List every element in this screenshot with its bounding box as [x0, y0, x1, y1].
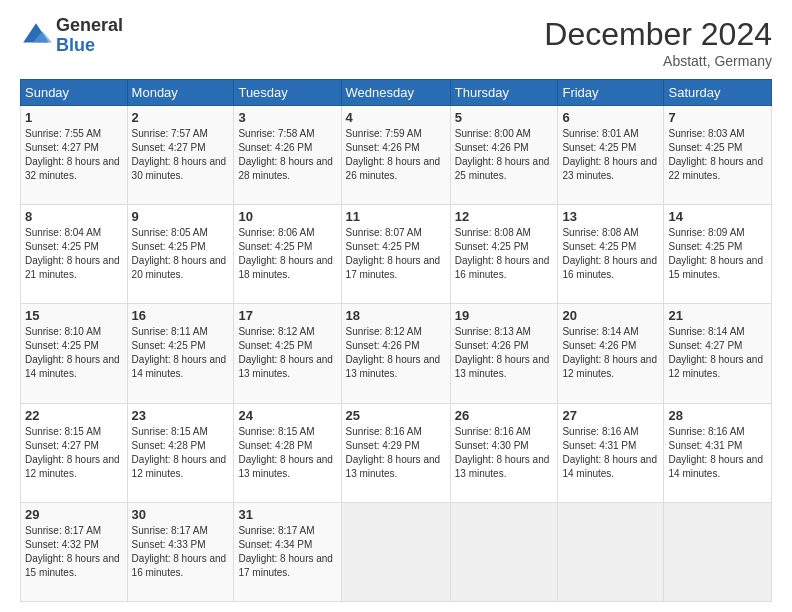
- day-info: Sunrise: 8:10 AMSunset: 4:25 PMDaylight:…: [25, 326, 120, 379]
- day-info: Sunrise: 8:07 AMSunset: 4:25 PMDaylight:…: [346, 227, 441, 280]
- table-row: 19 Sunrise: 8:13 AMSunset: 4:26 PMDaylig…: [450, 304, 558, 403]
- day-number: 11: [346, 209, 446, 224]
- table-row: 23 Sunrise: 8:15 AMSunset: 4:28 PMDaylig…: [127, 403, 234, 502]
- table-row: 22 Sunrise: 8:15 AMSunset: 4:27 PMDaylig…: [21, 403, 128, 502]
- day-number: 20: [562, 308, 659, 323]
- location: Abstatt, Germany: [544, 53, 772, 69]
- table-row: 5 Sunrise: 8:00 AMSunset: 4:26 PMDayligh…: [450, 106, 558, 205]
- calendar-table: Sunday Monday Tuesday Wednesday Thursday…: [20, 79, 772, 602]
- day-number: 28: [668, 408, 767, 423]
- calendar-week-row: 29 Sunrise: 8:17 AMSunset: 4:32 PMDaylig…: [21, 502, 772, 601]
- day-number: 1: [25, 110, 123, 125]
- day-number: 26: [455, 408, 554, 423]
- day-info: Sunrise: 8:14 AMSunset: 4:26 PMDaylight:…: [562, 326, 657, 379]
- table-row: [341, 502, 450, 601]
- table-row: 25 Sunrise: 8:16 AMSunset: 4:29 PMDaylig…: [341, 403, 450, 502]
- col-monday: Monday: [127, 80, 234, 106]
- day-number: 15: [25, 308, 123, 323]
- day-number: 4: [346, 110, 446, 125]
- table-row: 9 Sunrise: 8:05 AMSunset: 4:25 PMDayligh…: [127, 205, 234, 304]
- day-number: 25: [346, 408, 446, 423]
- day-number: 22: [25, 408, 123, 423]
- day-number: 8: [25, 209, 123, 224]
- table-row: 30 Sunrise: 8:17 AMSunset: 4:33 PMDaylig…: [127, 502, 234, 601]
- col-saturday: Saturday: [664, 80, 772, 106]
- table-row: [558, 502, 664, 601]
- day-number: 27: [562, 408, 659, 423]
- table-row: 17 Sunrise: 8:12 AMSunset: 4:25 PMDaylig…: [234, 304, 341, 403]
- day-info: Sunrise: 8:13 AMSunset: 4:26 PMDaylight:…: [455, 326, 550, 379]
- table-row: 12 Sunrise: 8:08 AMSunset: 4:25 PMDaylig…: [450, 205, 558, 304]
- table-row: 7 Sunrise: 8:03 AMSunset: 4:25 PMDayligh…: [664, 106, 772, 205]
- table-row: 28 Sunrise: 8:16 AMSunset: 4:31 PMDaylig…: [664, 403, 772, 502]
- day-number: 18: [346, 308, 446, 323]
- day-info: Sunrise: 8:11 AMSunset: 4:25 PMDaylight:…: [132, 326, 227, 379]
- col-thursday: Thursday: [450, 80, 558, 106]
- day-info: Sunrise: 7:57 AMSunset: 4:27 PMDaylight:…: [132, 128, 227, 181]
- day-info: Sunrise: 8:16 AMSunset: 4:30 PMDaylight:…: [455, 426, 550, 479]
- logo-text: General Blue: [56, 16, 123, 56]
- day-info: Sunrise: 8:05 AMSunset: 4:25 PMDaylight:…: [132, 227, 227, 280]
- col-sunday: Sunday: [21, 80, 128, 106]
- table-row: 16 Sunrise: 8:11 AMSunset: 4:25 PMDaylig…: [127, 304, 234, 403]
- table-row: 2 Sunrise: 7:57 AMSunset: 4:27 PMDayligh…: [127, 106, 234, 205]
- logo-icon: [20, 20, 52, 52]
- day-number: 16: [132, 308, 230, 323]
- logo-blue: Blue: [56, 36, 123, 56]
- table-row: 3 Sunrise: 7:58 AMSunset: 4:26 PMDayligh…: [234, 106, 341, 205]
- table-row: 24 Sunrise: 8:15 AMSunset: 4:28 PMDaylig…: [234, 403, 341, 502]
- day-info: Sunrise: 8:16 AMSunset: 4:29 PMDaylight:…: [346, 426, 441, 479]
- day-number: 21: [668, 308, 767, 323]
- table-row: 27 Sunrise: 8:16 AMSunset: 4:31 PMDaylig…: [558, 403, 664, 502]
- day-number: 24: [238, 408, 336, 423]
- day-number: 30: [132, 507, 230, 522]
- table-row: 31 Sunrise: 8:17 AMSunset: 4:34 PMDaylig…: [234, 502, 341, 601]
- day-info: Sunrise: 8:06 AMSunset: 4:25 PMDaylight:…: [238, 227, 333, 280]
- day-number: 19: [455, 308, 554, 323]
- table-row: 4 Sunrise: 7:59 AMSunset: 4:26 PMDayligh…: [341, 106, 450, 205]
- day-number: 23: [132, 408, 230, 423]
- day-number: 14: [668, 209, 767, 224]
- day-number: 5: [455, 110, 554, 125]
- day-info: Sunrise: 8:00 AMSunset: 4:26 PMDaylight:…: [455, 128, 550, 181]
- day-info: Sunrise: 8:04 AMSunset: 4:25 PMDaylight:…: [25, 227, 120, 280]
- logo-general: General: [56, 16, 123, 36]
- table-row: [450, 502, 558, 601]
- calendar-week-row: 8 Sunrise: 8:04 AMSunset: 4:25 PMDayligh…: [21, 205, 772, 304]
- day-number: 10: [238, 209, 336, 224]
- title-block: December 2024 Abstatt, Germany: [544, 16, 772, 69]
- table-row: 29 Sunrise: 8:17 AMSunset: 4:32 PMDaylig…: [21, 502, 128, 601]
- day-info: Sunrise: 8:15 AMSunset: 4:28 PMDaylight:…: [132, 426, 227, 479]
- day-info: Sunrise: 8:16 AMSunset: 4:31 PMDaylight:…: [562, 426, 657, 479]
- day-number: 2: [132, 110, 230, 125]
- day-number: 9: [132, 209, 230, 224]
- table-row: 10 Sunrise: 8:06 AMSunset: 4:25 PMDaylig…: [234, 205, 341, 304]
- day-info: Sunrise: 8:14 AMSunset: 4:27 PMDaylight:…: [668, 326, 763, 379]
- table-row: 26 Sunrise: 8:16 AMSunset: 4:30 PMDaylig…: [450, 403, 558, 502]
- day-number: 3: [238, 110, 336, 125]
- calendar-header-row: Sunday Monday Tuesday Wednesday Thursday…: [21, 80, 772, 106]
- month-title: December 2024: [544, 16, 772, 53]
- day-info: Sunrise: 8:17 AMSunset: 4:34 PMDaylight:…: [238, 525, 333, 578]
- calendar-week-row: 22 Sunrise: 8:15 AMSunset: 4:27 PMDaylig…: [21, 403, 772, 502]
- day-info: Sunrise: 8:12 AMSunset: 4:25 PMDaylight:…: [238, 326, 333, 379]
- table-row: [664, 502, 772, 601]
- table-row: 21 Sunrise: 8:14 AMSunset: 4:27 PMDaylig…: [664, 304, 772, 403]
- day-info: Sunrise: 8:12 AMSunset: 4:26 PMDaylight:…: [346, 326, 441, 379]
- table-row: 15 Sunrise: 8:10 AMSunset: 4:25 PMDaylig…: [21, 304, 128, 403]
- page: General Blue December 2024 Abstatt, Germ…: [0, 0, 792, 612]
- day-info: Sunrise: 8:17 AMSunset: 4:32 PMDaylight:…: [25, 525, 120, 578]
- day-info: Sunrise: 8:15 AMSunset: 4:27 PMDaylight:…: [25, 426, 120, 479]
- day-info: Sunrise: 8:17 AMSunset: 4:33 PMDaylight:…: [132, 525, 227, 578]
- table-row: 1 Sunrise: 7:55 AMSunset: 4:27 PMDayligh…: [21, 106, 128, 205]
- table-row: 20 Sunrise: 8:14 AMSunset: 4:26 PMDaylig…: [558, 304, 664, 403]
- day-info: Sunrise: 8:03 AMSunset: 4:25 PMDaylight:…: [668, 128, 763, 181]
- table-row: 8 Sunrise: 8:04 AMSunset: 4:25 PMDayligh…: [21, 205, 128, 304]
- logo: General Blue: [20, 16, 123, 56]
- day-info: Sunrise: 8:16 AMSunset: 4:31 PMDaylight:…: [668, 426, 763, 479]
- day-info: Sunrise: 8:01 AMSunset: 4:25 PMDaylight:…: [562, 128, 657, 181]
- header: General Blue December 2024 Abstatt, Germ…: [20, 16, 772, 69]
- day-number: 13: [562, 209, 659, 224]
- day-number: 12: [455, 209, 554, 224]
- day-info: Sunrise: 7:58 AMSunset: 4:26 PMDaylight:…: [238, 128, 333, 181]
